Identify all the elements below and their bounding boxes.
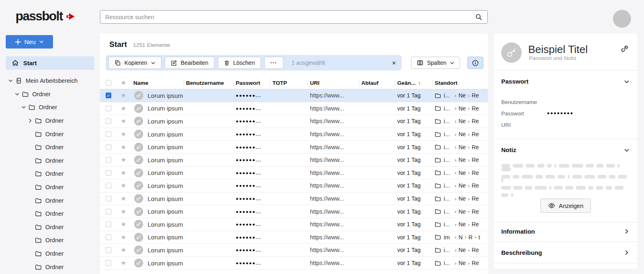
resource-location[interactable]: i...: [444, 195, 450, 202]
table-row[interactable]: ★ Lorum ipsum ●●●●●●... https://www... v…: [100, 205, 488, 218]
table-row[interactable]: ★ Lorum ipsum ●●●●●●... https://www... v…: [100, 141, 488, 154]
chevron-right-icon[interactable]: [624, 229, 629, 234]
resource-name[interactable]: Lorum ipsum: [148, 157, 183, 164]
location-breadcrumb[interactable]: ›Ne›Re: [450, 182, 479, 189]
tree-item[interactable]: Ordner: [0, 114, 100, 128]
location-breadcrumb[interactable]: ›Ne›Re: [450, 105, 479, 112]
resource-name[interactable]: Lorum ipsum: [148, 92, 183, 99]
resource-location[interactable]: i...: [444, 208, 450, 215]
sidebar-item-start[interactable]: Start: [6, 56, 94, 70]
resource-uri[interactable]: https://www...: [310, 247, 344, 253]
row-checkbox[interactable]: [106, 106, 111, 111]
table-row[interactable]: ★ Lorum ipsum ●●●●●●... https://www... v…: [100, 244, 488, 257]
resource-location[interactable]: i...: [444, 170, 450, 176]
resource-uri[interactable]: https://www...: [310, 182, 344, 189]
resource-password[interactable]: ●●●●●●...: [236, 145, 261, 150]
chevron-down-icon[interactable]: [624, 79, 629, 84]
tree-item[interactable]: Ordner: [0, 181, 100, 194]
tree-item[interactable]: Ordner: [0, 167, 100, 181]
search-icon[interactable]: [475, 13, 482, 21]
delete-button[interactable]: Löschen: [218, 57, 261, 69]
column-header-location[interactable]: Standort: [433, 79, 488, 86]
column-header-uri[interactable]: URI: [308, 79, 359, 86]
column-header-username[interactable]: Benutzername: [184, 79, 234, 86]
resource-name[interactable]: Lorum ipsum: [148, 105, 183, 112]
column-header-password[interactable]: Passwort: [234, 79, 270, 86]
location-breadcrumb[interactable]: ›Ne›Re: [450, 144, 479, 150]
favorite-star-icon[interactable]: ★: [121, 130, 126, 138]
location-breadcrumb[interactable]: ›Ne›Re: [450, 131, 479, 137]
resource-location[interactable]: i...: [444, 92, 450, 99]
table-row[interactable]: ★ Lorum ipsum ●●●●●●... https://www... v…: [100, 154, 488, 167]
column-header-name[interactable]: Name: [131, 79, 184, 86]
location-breadcrumb[interactable]: ›Ne›Re: [450, 208, 479, 215]
row-checkbox[interactable]: [106, 170, 111, 176]
location-breadcrumb[interactable]: ›Ne›Re: [450, 247, 479, 253]
favorite-column-icon[interactable]: ★: [121, 79, 126, 86]
row-checkbox[interactable]: [106, 196, 111, 201]
resource-location[interactable]: i...: [444, 105, 450, 112]
row-checkbox[interactable]: ✓: [106, 93, 111, 98]
resource-password[interactable]: ●●●●●●...: [236, 106, 261, 111]
close-icon[interactable]: ×: [392, 60, 396, 66]
resource-name[interactable]: Lorum ipsum: [148, 195, 183, 202]
column-header-totp[interactable]: TOTP: [270, 79, 308, 86]
chevron-right-icon[interactable]: [28, 118, 33, 123]
favorite-star-icon[interactable]: ★: [121, 182, 126, 189]
section-password-header[interactable]: Passwort: [501, 78, 529, 85]
chevron-right-icon[interactable]: [624, 250, 629, 255]
row-checkbox[interactable]: [106, 247, 111, 253]
table-row[interactable]: ★ Lorum ipsum ●●●●●●... https://www... v…: [100, 102, 488, 115]
table-row[interactable]: ★ Lorum ipsum ●●●●●●... https://www... v…: [100, 167, 488, 180]
resource-uri[interactable]: https://www...: [310, 170, 344, 176]
tree-item[interactable]: Ordner: [0, 247, 100, 261]
favorite-star-icon[interactable]: ★: [121, 117, 126, 125]
resource-uri[interactable]: https://www...: [310, 195, 344, 202]
resource-uri[interactable]: https://www...: [310, 157, 344, 163]
row-checkbox[interactable]: [106, 131, 111, 137]
location-breadcrumb[interactable]: ›Ne›Re: [450, 260, 479, 266]
location-breadcrumb[interactable]: ›N›R›t: [450, 234, 480, 241]
favorite-star-icon[interactable]: ★: [121, 156, 126, 164]
resource-uri[interactable]: https://www...: [310, 92, 344, 99]
tree-item[interactable]: Ordner: [0, 127, 100, 141]
resource-uri[interactable]: https://www...: [310, 221, 344, 228]
resource-name[interactable]: Lorum ipsum: [148, 260, 183, 267]
resource-name[interactable]: Lorum ipsum: [148, 208, 183, 215]
row-checkbox[interactable]: [106, 118, 111, 124]
resource-password[interactable]: ●●●●●●...: [236, 157, 261, 162]
password-dots[interactable]: ●●●●●●●●: [547, 110, 573, 117]
column-header-modified[interactable]: Geän...↑: [395, 79, 433, 86]
resource-uri[interactable]: https://www...: [310, 260, 344, 266]
chevron-down-icon[interactable]: [624, 148, 629, 153]
table-row[interactable]: ★ Lorum ipsum ●●●●●●... https://www... v…: [100, 218, 488, 231]
favorite-star-icon[interactable]: ★: [121, 208, 126, 215]
search-input[interactable]: [105, 14, 475, 20]
resource-password[interactable]: ●●●●●●...: [236, 261, 261, 265]
table-row[interactable]: ★ Lorum ipsum ●●●●●●... https://www... v…: [100, 231, 488, 244]
resource-name[interactable]: Lorum ipsum: [148, 221, 183, 228]
favorite-star-icon[interactable]: ★: [121, 169, 126, 177]
resource-name[interactable]: Lorum ipsum: [148, 131, 183, 138]
resource-name[interactable]: Lorum ipsum: [148, 182, 183, 189]
location-breadcrumb[interactable]: ›Ne›Re: [450, 221, 479, 228]
location-breadcrumb[interactable]: ›Ne›Re: [450, 118, 479, 124]
resource-location[interactable]: i...: [444, 247, 450, 253]
resource-name[interactable]: Lorum ipsum: [148, 144, 183, 150]
row-checkbox[interactable]: [106, 157, 111, 163]
tree-item[interactable]: Ordner: [0, 141, 100, 154]
row-checkbox[interactable]: [106, 221, 111, 227]
resource-password[interactable]: ●●●●●●...: [236, 222, 261, 227]
chevron-down-icon[interactable]: [15, 92, 20, 97]
favorite-star-icon[interactable]: ★: [121, 259, 126, 267]
tree-item[interactable]: Ordner: [0, 207, 100, 221]
tree-item[interactable]: Ordner: [0, 88, 100, 101]
favorite-star-icon[interactable]: ★: [121, 234, 126, 241]
info-toggle-button[interactable]: [467, 57, 483, 69]
resource-location[interactable]: i...: [444, 118, 450, 124]
tree-item[interactable]: Ordner: [0, 101, 100, 114]
select-all-checkbox[interactable]: [106, 80, 111, 86]
resource-name[interactable]: Lorum ipsum: [148, 234, 183, 241]
row-checkbox[interactable]: [106, 144, 111, 150]
favorite-star-icon[interactable]: ★: [121, 144, 126, 151]
